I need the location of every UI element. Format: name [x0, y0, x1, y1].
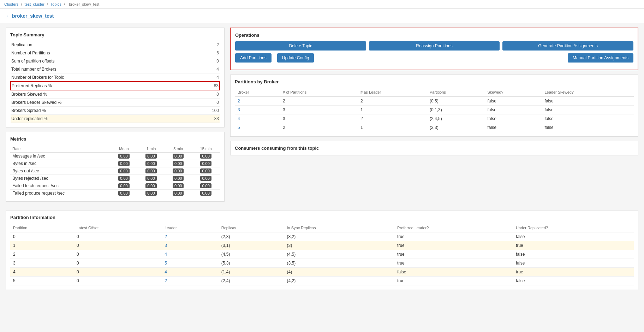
broker-col-num: # of Partitions: [280, 88, 358, 97]
back-link[interactable]: ← broker_skew_test: [6, 13, 54, 19]
broker-col-skewed: Skewed?: [484, 88, 542, 97]
topic-summary-label: Preferred Replicas %: [11, 82, 191, 90]
breadcrumb-cluster[interactable]: test_cluster: [25, 2, 44, 6]
part-col-replicas: Replicas: [219, 224, 284, 232]
leader-link[interactable]: 3: [165, 243, 167, 248]
broker-link[interactable]: 2: [238, 99, 240, 103]
partition-row: 103(3,1)(3)truetrue: [10, 241, 634, 250]
broker-link[interactable]: 5: [238, 125, 240, 130]
part-col-offset: Latest Offset: [74, 224, 162, 232]
part-col-leader: Leader: [162, 224, 218, 232]
metrics-value: 0.00: [200, 191, 211, 196]
broker-col-leader-skewed: Leader Skewed?: [542, 88, 634, 97]
metrics-value: 0.00: [145, 183, 156, 188]
metrics-value: 0.00: [118, 191, 129, 196]
metrics-col-15min: 15 min: [192, 145, 220, 153]
broker-cell: false: [542, 97, 634, 106]
broker-cell: false: [484, 114, 542, 123]
topic-summary-row: Number of Brokers for Topic4: [11, 73, 220, 82]
partition-information-title: Partition Information: [10, 215, 634, 220]
partitions-by-broker-section: Partitions by Broker Broker # of Partiti…: [230, 75, 638, 137]
generate-partition-assignments-button[interactable]: Generate Partition Assignments: [502, 41, 633, 51]
leader-link[interactable]: 2: [165, 234, 167, 239]
broker-cell: 3: [280, 106, 358, 114]
breadcrumb-clusters[interactable]: Clusters: [4, 2, 18, 6]
operations-title: Operations: [235, 32, 633, 38]
topic-summary-value: 2: [191, 41, 220, 49]
leader-link[interactable]: 5: [165, 261, 167, 266]
metrics-value: 0.00: [200, 176, 211, 181]
leader-link[interactable]: 4: [165, 252, 167, 257]
delete-topic-button[interactable]: Delete Topic: [235, 41, 366, 51]
metrics-value: 0.00: [173, 176, 184, 181]
leader-link[interactable]: 2: [165, 278, 167, 283]
topic-summary-label: Brokers Leader Skewed %: [11, 99, 191, 107]
add-partitions-button[interactable]: Add Partitions: [235, 53, 272, 63]
topic-summary-value: 4: [191, 65, 220, 73]
broker-cell: 2: [358, 114, 427, 123]
broker-col-broker: Broker: [235, 88, 280, 97]
leader-link[interactable]: 4: [165, 269, 167, 274]
metrics-value: 0.00: [173, 161, 184, 166]
metrics-value: 0.00: [118, 176, 129, 181]
partition-row: 204(4,5)(4,5)truefalse: [10, 250, 634, 259]
metrics-value: 0.00: [145, 154, 156, 159]
metrics-value: 0.00: [118, 168, 129, 173]
metrics-value: 0.00: [118, 154, 129, 159]
topic-summary-row: Under-replicated %33: [11, 115, 220, 123]
broker-cell: 1: [358, 106, 427, 114]
topic-summary-row: Number of Partitions6: [11, 49, 220, 57]
operations-section: Operations Delete Topic Reassign Partiti…: [230, 28, 638, 70]
partitions-by-broker-title: Partitions by Broker: [235, 79, 634, 84]
broker-cell: false: [484, 123, 542, 132]
broker-cell: 2: [280, 97, 358, 106]
metrics-value: 0.00: [118, 183, 129, 188]
breadcrumb-topics[interactable]: Topics: [50, 2, 61, 6]
broker-link[interactable]: 4: [238, 116, 240, 121]
broker-row: 222(0,5)falsefalse: [235, 97, 634, 106]
topic-summary-row: Total number of Brokers4: [11, 65, 220, 73]
main-content: Topic Summary Replication2Number of Part…: [0, 23, 644, 210]
broker-row: 521(2,3)falsefalse: [235, 123, 634, 132]
broker-cell: false: [484, 106, 542, 114]
metrics-value: 0.00: [173, 183, 184, 188]
metrics-value: 0.00: [145, 168, 156, 173]
topic-summary-label: Total number of Brokers: [11, 65, 191, 73]
ops-row-2: Add Partitions Update Config Manual Part…: [235, 53, 633, 63]
metrics-value: 0.00: [200, 168, 211, 173]
broker-row: 432(2,4,5)falsefalse: [235, 114, 634, 123]
metrics-value: 0.00: [200, 183, 211, 188]
broker-cell: false: [542, 114, 634, 123]
metrics-col-rate: Rate: [10, 145, 111, 153]
update-config-button[interactable]: Update Config: [277, 53, 314, 63]
broker-cell: false: [542, 106, 634, 114]
topic-summary-value: 0: [191, 90, 220, 99]
broker-col-leader: # as Leader: [358, 88, 427, 97]
broker-cell: (2,3): [427, 123, 485, 132]
topic-summary-value: 0: [191, 57, 220, 65]
metrics-col-5min: 5 min: [165, 145, 192, 153]
topic-summary-label: Replication: [11, 41, 191, 49]
partition-row: 502(2,4)(4,2)truefalse: [10, 277, 634, 285]
right-panel: Operations Delete Topic Reassign Partiti…: [230, 28, 638, 206]
part-col-preferred: Preferred Leader?: [394, 224, 513, 232]
reassign-partitions-button[interactable]: Reassign Partitions: [369, 41, 500, 51]
manual-partition-assignments-button[interactable]: Manual Partition Assignments: [568, 53, 633, 63]
partition-information-table: Partition Latest Offset Leader Replicas …: [10, 224, 634, 285]
ops-row-1: Delete Topic Reassign Partitions Generat…: [235, 41, 633, 51]
broker-cell: 2: [280, 123, 358, 132]
broker-cell: 3: [280, 114, 358, 123]
metrics-label: Bytes out /sec: [10, 167, 111, 175]
part-col-insync: In Sync Replicas: [284, 224, 394, 232]
metrics-value: 0.00: [200, 154, 211, 159]
metrics-value: 0.00: [145, 191, 156, 196]
topic-summary-label: Brokers Skewed %: [11, 90, 191, 99]
consumers-title: Consumers consuming from this topic: [235, 146, 634, 151]
broker-link[interactable]: 3: [238, 107, 240, 112]
broker-row: 331(0,1,3)falsefalse: [235, 106, 634, 114]
broker-cell: (0,1,3): [427, 106, 485, 114]
topic-summary-title: Topic Summary: [10, 32, 220, 37]
consumers-section: Consumers consuming from this topic: [230, 141, 638, 155]
partition-information-section: Partition Information Partition Latest O…: [6, 210, 638, 290]
partition-row: 404(1,4)(4)falsetrue: [10, 268, 634, 277]
